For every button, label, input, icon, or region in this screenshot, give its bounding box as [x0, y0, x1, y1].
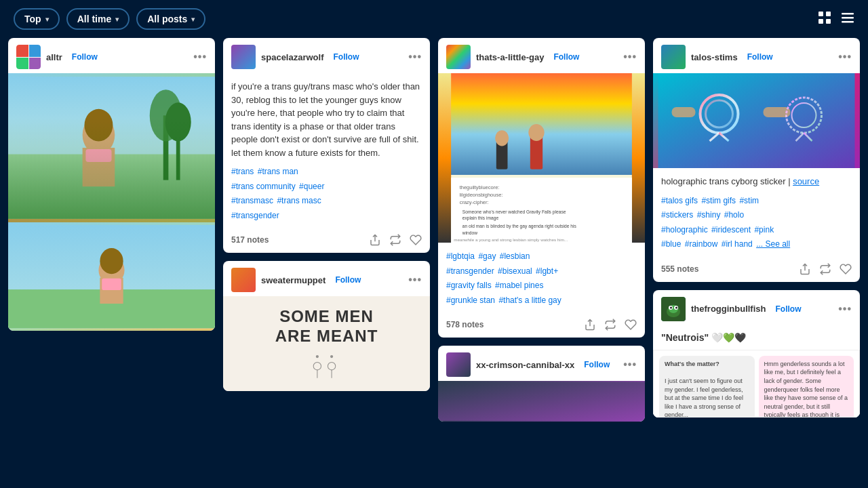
svg-rect-15 [85, 149, 111, 162]
tag-thats-a-little-gay[interactable]: #that's a little gay [498, 296, 561, 305]
follow-button-spacelazarwolf[interactable]: Follow [334, 52, 359, 62]
list-view-icon[interactable] [841, 11, 854, 28]
tag-shiny[interactable]: #shiny [697, 210, 721, 220]
post-image-xx-crimson [438, 381, 645, 422]
follow-button-thefrogginbullfish[interactable]: Follow [775, 304, 801, 314]
follow-button-thats-a-little-gay[interactable]: Follow [553, 52, 579, 62]
tag-holo[interactable]: #holo [724, 210, 744, 220]
tag-transgender2[interactable]: #transgender [446, 266, 494, 276]
see-all-link-talos-stims[interactable]: ... See all [756, 239, 790, 249]
tag-gravity-falls[interactable]: #gravity falls [446, 281, 492, 290]
like-button-talos-stims[interactable] [840, 263, 852, 275]
tag-lgbtqia[interactable]: #lgbtqia [446, 251, 475, 261]
post-tags-spacelazarwolf: #trans #trans man #trans community #quee… [231, 165, 422, 223]
tag-transgender[interactable]: #transgender [231, 211, 279, 220]
card-body-thefrogginbullfish: "Neutrois" 🤍💚🖤 [653, 325, 860, 350]
tag-trans-man[interactable]: #trans man [258, 167, 298, 176]
tag-iridescent[interactable]: #iridescent [711, 225, 751, 235]
share-button-thats-a-little-gay[interactable] [584, 319, 596, 331]
tag-holographic[interactable]: #holographic [661, 225, 708, 235]
username-thats-a-little-gay[interactable]: thats-a-little-gay [476, 52, 544, 62]
tag-pink[interactable]: #pink [754, 225, 774, 235]
more-button-alltr[interactable]: ••• [193, 51, 207, 63]
chat-bubble-left: What's the matter? I just can't seem to … [659, 356, 755, 418]
toolbar-right-icons [818, 11, 854, 28]
some-men-line1: SOME MEN [279, 307, 374, 327]
username-talos-stims[interactable]: talos-stims [691, 52, 738, 62]
more-button-thefrogginbullfish[interactable]: ••• [838, 303, 852, 315]
posts-grid: alltr Follow ••• [0, 38, 868, 477]
svg-rect-1 [826, 12, 831, 16]
share-button-talos-stims[interactable] [799, 263, 811, 275]
svg-point-23 [313, 363, 321, 370]
some-men-line2: ARE MEANT [275, 327, 378, 346]
tag-bisexual[interactable]: #bisexual [498, 266, 532, 276]
tag-blue[interactable]: #blue [661, 239, 681, 249]
tag-grunkle-stan[interactable]: #grunkle stan [446, 296, 495, 305]
tag-stickers[interactable]: #stickers [661, 210, 693, 220]
username-xx-crimson[interactable]: xx-crimson-cannibal-xx [476, 360, 574, 370]
tag-gay[interactable]: #gay [478, 251, 496, 261]
svg-point-65 [670, 306, 672, 308]
alltime-filter-button[interactable]: All time ▾ [66, 8, 130, 30]
svg-point-34 [528, 124, 544, 141]
follow-button-talos-stims[interactable]: Follow [747, 52, 773, 62]
post-image-gravity-falls: theguiltybluecore: lilgideonsbighouse: c… [438, 73, 645, 243]
like-button-spacelazarwolf[interactable] [410, 234, 422, 246]
like-button-thats-a-little-gay[interactable] [625, 319, 637, 331]
tag-trans-masc[interactable]: #trans masc [277, 196, 321, 205]
tag-irl-hand[interactable]: #irl hand [722, 239, 753, 249]
svg-text:explain this image: explain this image [462, 216, 499, 221]
follow-button-xx-crimson[interactable]: Follow [584, 360, 610, 369]
svg-text:Someone who's never watched Gr: Someone who's never watched Gravity Fall… [462, 209, 566, 215]
more-button-thats-a-little-gay[interactable]: ••• [623, 51, 637, 63]
avatar-thats-a-little-gay [446, 45, 471, 69]
post-image-thefrogginbullfish: What's the matter? I just can't seem to … [653, 350, 860, 418]
tag-trans-community[interactable]: #trans community [231, 182, 296, 191]
reblog-button-spacelazarwolf[interactable] [389, 234, 401, 246]
post-image-alltr-1 [8, 73, 215, 222]
card-header-alltr: alltr Follow ••• [8, 38, 215, 73]
follow-button-sweatermuppet[interactable]: Follow [335, 275, 361, 285]
grid-view-icon[interactable] [818, 11, 831, 28]
tag-lesbian[interactable]: #lesbian [500, 251, 530, 261]
more-button-sweatermuppet[interactable]: ••• [408, 274, 422, 286]
username-alltr[interactable]: alltr [46, 52, 62, 62]
top-filter-button[interactable]: Top ▾ [14, 8, 60, 30]
username-thefrogginbullfish[interactable]: thefrogginbullfish [691, 304, 766, 314]
more-button-talos-stims[interactable]: ••• [838, 51, 852, 63]
allposts-filter-button[interactable]: All posts ▾ [136, 8, 205, 30]
toolbar-filters: Top ▾ All time ▾ All posts ▾ [14, 8, 205, 30]
tag-stim-gifs[interactable]: #stim gifs [701, 196, 736, 205]
card-alltr: alltr Follow ••• [8, 38, 215, 331]
post-text-thefrogginbullfish: "Neutrois" 🤍💚🖤 [661, 332, 852, 343]
more-button-xx-crimson[interactable]: ••• [623, 359, 637, 371]
username-sweatermuppet[interactable]: sweatermuppet [261, 275, 326, 285]
alltime-filter-label: All time [77, 14, 112, 24]
tag-lgbtplus[interactable]: #lgbt+ [536, 266, 558, 276]
svg-point-26 [328, 363, 335, 370]
tag-queer[interactable]: #queer [299, 182, 324, 191]
follow-button-alltr[interactable]: Follow [72, 52, 98, 62]
tag-talos-gifs[interactable]: #talos gifs [661, 196, 698, 205]
avatar-talos-stims [661, 45, 686, 69]
reblog-button-talos-stims[interactable] [819, 263, 831, 275]
avatar-xx-crimson [446, 352, 471, 377]
card-footer-talos-stims: 555 notes [653, 259, 860, 282]
tag-rainbow[interactable]: #rainbow [685, 239, 718, 249]
allposts-filter-label: All posts [147, 14, 187, 24]
username-spacelazarwolf[interactable]: spacelazarwolf [261, 52, 324, 62]
tag-mabel-pines[interactable]: #mabel pines [495, 281, 543, 290]
svg-text:lilgideonsbighouse:: lilgideonsbighouse: [460, 192, 503, 198]
more-button-spacelazarwolf[interactable]: ••• [408, 51, 422, 63]
card-thats-a-little-gay: thats-a-little-gay Follow ••• [438, 38, 645, 338]
tag-stim[interactable]: #stim [739, 196, 759, 205]
tag-transmasc[interactable]: #transmasc [231, 196, 273, 205]
card-header-thefrogginbullfish: thefrogginbullfish Follow ••• [653, 290, 860, 325]
source-link-talos-stims[interactable]: source [793, 176, 819, 186]
reblog-button-thats-a-little-gay[interactable] [604, 319, 616, 331]
svg-rect-8 [8, 155, 215, 219]
card-header-sweatermuppet: sweatermuppet Follow ••• [223, 261, 430, 296]
share-button-spacelazarwolf[interactable] [369, 234, 381, 246]
tag-trans[interactable]: #trans [231, 167, 254, 176]
